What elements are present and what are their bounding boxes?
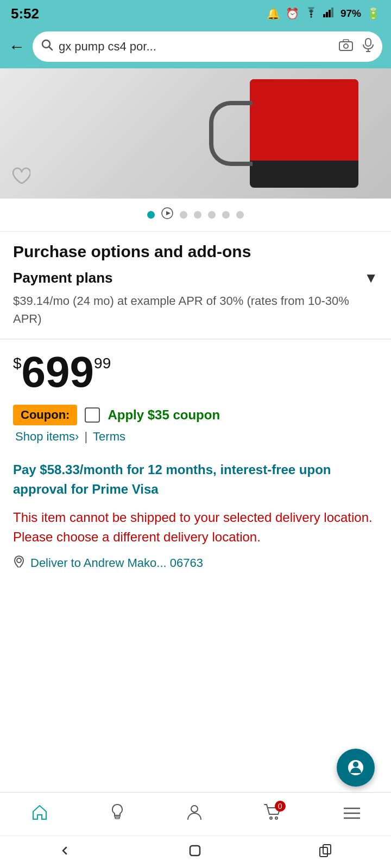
price-display: $ 699 99 <box>13 350 378 394</box>
coupon-apply-text[interactable]: Apply $35 coupon <box>108 407 220 423</box>
svg-rect-4 <box>331 8 333 17</box>
cart-icon: 0 <box>264 804 282 824</box>
dot-play[interactable] <box>161 207 173 222</box>
dot-6[interactable] <box>222 211 230 219</box>
svg-point-20 <box>275 817 278 819</box>
dot-5[interactable] <box>208 211 216 219</box>
home-icon <box>31 804 48 824</box>
svg-rect-9 <box>343 40 349 42</box>
prime-visa-text: Pay $58.33/month for 12 months, interest… <box>13 462 331 496</box>
status-bar: 5:52 🔔 ⏰ 97% 🔋 <box>0 0 391 27</box>
coupon-checkbox[interactable] <box>85 407 100 423</box>
svg-rect-2 <box>326 12 328 17</box>
battery-percentage: 97% <box>340 8 361 20</box>
battery-icon: 🔋 <box>367 7 380 20</box>
payment-plans-description: $39.14/mo (24 mo) at example APR of 30% … <box>13 292 378 328</box>
nav-home[interactable] <box>31 804 48 824</box>
nav-menu[interactable] <box>344 805 360 824</box>
menu-icon <box>344 805 360 824</box>
inspire-icon <box>110 803 125 825</box>
bottom-nav: 0 <box>0 792 391 835</box>
svg-point-18 <box>191 806 198 812</box>
payment-plans-header[interactable]: Payment plans ▼ <box>13 270 378 286</box>
chat-button[interactable] <box>337 749 375 787</box>
purchase-options-section: Purchase options and add-ons Payment pla… <box>0 232 391 339</box>
delivery-text: Deliver to Andrew Mako... 06763 <box>30 556 203 570</box>
back-button[interactable]: ← <box>9 37 25 56</box>
shipping-warning-text: This item cannot be shipped to your sele… <box>13 510 373 544</box>
nav-inspire[interactable] <box>110 803 125 825</box>
wifi-icon <box>305 7 318 21</box>
notification-icon: 🔔 <box>267 7 280 20</box>
system-home-button[interactable] <box>188 844 202 861</box>
wishlist-button[interactable] <box>11 167 30 190</box>
coupon-row: Coupon: Apply $35 coupon <box>13 405 378 425</box>
price-dollar-sign: $ <box>13 355 22 372</box>
section-title: Purchase options and add-ons <box>13 242 378 261</box>
shop-items-link[interactable]: Shop items› <box>15 430 79 444</box>
coupon-links: Shop items› | Terms <box>15 430 378 444</box>
dot-4[interactable] <box>194 211 201 219</box>
pump-hose <box>209 101 253 166</box>
svg-rect-17 <box>115 817 119 819</box>
dot-3[interactable] <box>180 211 187 219</box>
prime-visa-section: Pay $58.33/month for 12 months, interest… <box>0 460 391 499</box>
system-back-button[interactable] <box>58 844 71 860</box>
nav-cart[interactable]: 0 <box>264 804 282 824</box>
image-carousel-dots <box>0 199 391 231</box>
svg-rect-1 <box>323 14 325 17</box>
search-bar-container: ← gx pump cs4 por... <box>0 27 391 68</box>
svg-point-19 <box>270 817 272 819</box>
pump-bottom <box>250 161 358 188</box>
status-icons: 🔔 ⏰ 97% 🔋 <box>267 7 380 21</box>
dot-1[interactable] <box>147 211 155 219</box>
price-cents: 99 <box>94 355 111 372</box>
price-main: 699 <box>22 350 94 394</box>
location-icon <box>13 556 25 571</box>
account-icon <box>187 803 202 825</box>
search-icon <box>41 39 53 54</box>
microphone-icon[interactable] <box>363 38 374 55</box>
svg-point-15 <box>17 558 21 563</box>
delivery-info-partial[interactable]: Deliver to Andrew Mako... 06763 <box>0 556 391 579</box>
nav-account[interactable] <box>187 803 202 825</box>
svg-rect-3 <box>329 10 331 17</box>
cart-badge: 0 <box>275 801 286 812</box>
svg-rect-7 <box>339 42 352 50</box>
camera-icon[interactable] <box>339 39 353 54</box>
system-recents-button[interactable] <box>319 844 333 861</box>
price-section: $ 699 99 Coupon: Apply $35 coupon Shop i… <box>0 340 391 460</box>
chevron-down-icon[interactable]: ▼ <box>364 270 378 286</box>
shipping-warning: This item cannot be shipped to your sele… <box>0 508 391 547</box>
search-query: gx pump cs4 por... <box>59 40 333 54</box>
svg-line-6 <box>49 47 53 50</box>
status-time: 5:52 <box>11 5 39 22</box>
svg-rect-27 <box>190 846 200 856</box>
svg-point-8 <box>344 44 348 48</box>
coupon-badge: Coupon: <box>13 405 77 425</box>
dot-7[interactable] <box>236 211 244 219</box>
alarm-icon: ⏰ <box>286 7 299 20</box>
svg-marker-14 <box>166 211 171 215</box>
svg-point-26 <box>353 762 358 767</box>
svg-rect-10 <box>365 39 371 46</box>
product-image-area <box>0 68 391 199</box>
product-image <box>0 68 391 199</box>
coupon-link-separator: | <box>84 430 87 444</box>
search-bar[interactable]: gx pump cs4 por... <box>33 31 382 62</box>
payment-plans-label: Payment plans <box>13 270 113 286</box>
system-nav-bar <box>0 835 391 868</box>
svg-point-0 <box>310 16 312 17</box>
terms-link[interactable]: Terms <box>93 430 125 444</box>
signal-icon <box>323 8 335 20</box>
